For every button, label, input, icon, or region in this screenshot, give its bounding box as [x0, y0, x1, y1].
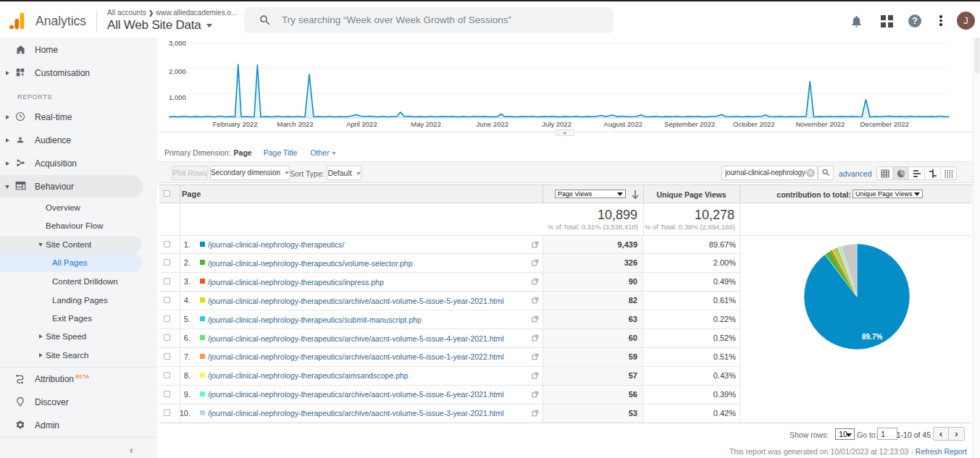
svg-text:April 2022: April 2022	[346, 120, 377, 128]
svg-text:89.7%: 89.7%	[862, 333, 882, 341]
svg-text:1,000: 1,000	[169, 93, 186, 101]
svg-text:November 2022: November 2022	[796, 120, 845, 128]
svg-text:March 2022: March 2022	[277, 120, 314, 128]
svg-text:September 2022: September 2022	[664, 120, 715, 128]
svg-text:August 2022: August 2022	[604, 120, 642, 128]
svg-text:October 2022: October 2022	[733, 120, 775, 128]
svg-text:December 2022: December 2022	[860, 120, 909, 128]
svg-text:3,000: 3,000	[169, 39, 186, 47]
svg-text:February 2022: February 2022	[213, 120, 258, 128]
svg-text:2,000: 2,000	[169, 67, 186, 75]
svg-text:July 2022: July 2022	[542, 120, 571, 128]
svg-text:May 2022: May 2022	[411, 120, 441, 128]
svg-text:June 2022: June 2022	[477, 120, 508, 128]
